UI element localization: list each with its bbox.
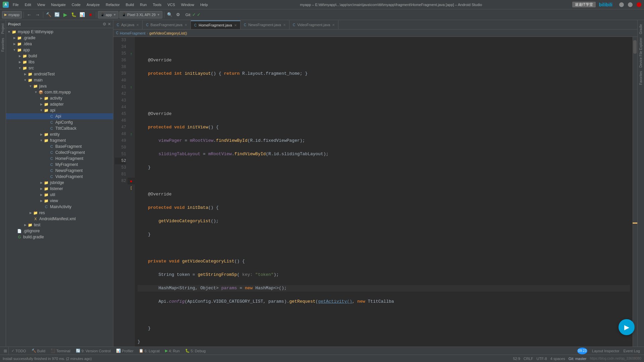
bottom-tab-todo[interactable]: ✓ TODO	[9, 347, 29, 355]
tree-item-activity[interactable]: ▶ 📁 activity	[6, 95, 113, 101]
tree-item-buildgradle[interactable]: G build.gradle	[6, 234, 113, 240]
bottom-tab-terminal[interactable]: ⬛ Terminal	[48, 347, 73, 355]
bottom-tab-debug[interactable]: 🐛 5: Debug	[182, 347, 209, 355]
tree-item-apiconfig[interactable]: C ApiConfig	[6, 119, 113, 125]
right-scrollbar[interactable]	[633, 37, 637, 347]
tree-item-videofragment[interactable]: C VideoFragment	[6, 174, 113, 180]
tree-item-newsfragment[interactable]: C NewsFragment	[6, 168, 113, 174]
menu-navigate[interactable]: Navigate	[49, 3, 67, 7]
status-crlf[interactable]: CRLF	[524, 357, 533, 361]
bottom-tab-vcs[interactable]: 🔄 9: Version Control	[73, 347, 113, 355]
tree-item-entity[interactable]: ▶ 📁 entity	[6, 131, 113, 137]
tree-item-jsbridge[interactable]: ▶ 📁 jsbridge	[6, 180, 113, 186]
menu-help[interactable]: Help	[198, 3, 210, 7]
status-position[interactable]: 52:9	[513, 357, 520, 361]
close-button[interactable]	[637, 2, 641, 7]
tab-homefragment[interactable]: C HomeFragment.java ✕	[191, 20, 240, 29]
right-tab-device-file[interactable]: Device File Explorer	[638, 36, 643, 69]
menu-build[interactable]: Build	[124, 3, 136, 7]
status-indent[interactable]: 4 spaces	[550, 357, 565, 361]
maximize-button[interactable]	[628, 2, 633, 7]
tree-item-package[interactable]: ▼ 📦 com.ttit.myapp	[6, 89, 113, 95]
tree-item-api-java[interactable]: C Api	[6, 113, 113, 119]
right-tab-gradle[interactable]: Gradle	[638, 23, 643, 36]
code-content[interactable]: @Override protected int initLayout() { r…	[135, 37, 633, 347]
forward-button[interactable]: →	[34, 11, 41, 18]
sidebar-gear-icon[interactable]: ⚙	[103, 22, 106, 26]
status-charset[interactable]: UTF-8	[537, 357, 547, 361]
tab-newsfragment-close[interactable]: ✕	[283, 23, 286, 27]
debug-button[interactable]: 🐛	[70, 11, 77, 18]
tree-item-basefragment[interactable]: C BaseFragment	[6, 143, 113, 149]
tree-item-test[interactable]: ▶ 📁 test	[6, 222, 113, 228]
sidebar-tab-project[interactable]: Project	[0, 21, 5, 36]
menu-edit[interactable]: Edit	[23, 3, 33, 7]
search-everywhere-button[interactable]: 🔍	[166, 11, 173, 18]
tree-item-app[interactable]: ▼ 📁 app	[6, 47, 113, 53]
tree-item-view[interactable]: ▶ 📁 view	[6, 198, 113, 204]
tab-basefragment-close[interactable]: ✕	[184, 23, 187, 27]
tab-api[interactable]: C Api.java ✕	[113, 20, 143, 29]
tree-item-mainactivity[interactable]: C MainActivity	[6, 204, 113, 210]
tab-api-close[interactable]: ✕	[136, 23, 139, 27]
menu-file[interactable]: File	[11, 3, 21, 7]
menu-run[interactable]: Run	[138, 3, 149, 7]
tree-item-libs[interactable]: ▶ 📁 libs	[6, 59, 113, 65]
tree-item-myapp[interactable]: ▼ 📁 myapp E:\ttit\myapp	[6, 29, 113, 35]
tab-homefragment-close[interactable]: ✕	[234, 23, 237, 27]
code-editor[interactable]: 33 34 35 36 38 39 40 41 42 43 44 45 46 4…	[113, 37, 637, 347]
tree-item-res[interactable]: ▶ 📁 res	[6, 210, 113, 216]
tree-item-androidtest[interactable]: ▶ 📁 androidTest	[6, 71, 113, 77]
bilibili-floating-button[interactable]: ▶	[619, 319, 635, 335]
minimize-button[interactable]	[619, 2, 624, 7]
settings-button[interactable]: ⚙	[174, 11, 182, 18]
status-git[interactable]: Git: master	[569, 357, 587, 361]
bottom-tab-profiler[interactable]: 📊 Profiler	[113, 347, 136, 355]
bottom-tab-build[interactable]: 🔨 Build	[29, 347, 48, 355]
tab-videofragment-close[interactable]: ✕	[332, 23, 335, 27]
menu-view[interactable]: View	[35, 3, 47, 7]
sidebar-tab-favorites[interactable]: Favorites	[0, 36, 5, 54]
stop-button[interactable]: ■	[87, 11, 94, 18]
time-badge[interactable]: 09:23	[577, 348, 587, 354]
scrollbar-thumb[interactable]	[633, 40, 637, 54]
tab-basefragment[interactable]: C BaseFragment.java ✕	[143, 20, 191, 29]
menu-refactor[interactable]: Refactor	[104, 3, 122, 7]
tree-item-adapter[interactable]: ▶ 📁 adapter	[6, 101, 113, 107]
project-selector[interactable]: ▶ myapp	[2, 11, 22, 18]
tree-item-util[interactable]: ▶ 📁 util	[6, 192, 113, 198]
tree-item-collectfragment[interactable]: C CollectFragment	[6, 149, 113, 156]
tree-item-gitignore[interactable]: 📄 .gitignore	[6, 228, 113, 234]
breadcrumb-method[interactable]: getVideoCategory​List()	[149, 31, 187, 35]
menu-code[interactable]: Code	[70, 3, 83, 7]
tree-item-main[interactable]: ▼ 📁 main	[6, 77, 113, 83]
bottom-tab-run[interactable]: ▶ 4: Run	[162, 347, 182, 355]
layout-inspector-button[interactable]: Layout Inspector	[590, 349, 621, 353]
menu-window[interactable]: Window	[179, 3, 196, 7]
bottom-tab-logcat[interactable]: 📋 6: Logcat	[136, 347, 162, 355]
tab-newsfragment[interactable]: C NewsFragment.java ✕	[240, 20, 289, 29]
tree-item-idea[interactable]: ▶ 📁 .idea	[6, 41, 113, 47]
event-log-button[interactable]: Event Log	[621, 349, 642, 353]
menu-vcs[interactable]: VCS	[165, 3, 177, 7]
app-selector[interactable]: 📱 app ▼	[98, 11, 118, 18]
tree-item-fragment[interactable]: ▼ 📁 fragment	[6, 137, 113, 143]
tree-item-build[interactable]: ▶ 📁 build	[6, 53, 113, 59]
sync-button[interactable]: 🔄	[53, 11, 61, 18]
back-button[interactable]: ←	[25, 11, 33, 18]
tree-item-homefragment[interactable]: C HomeFragment	[6, 156, 113, 162]
menu-tools[interactable]: Tools	[151, 3, 163, 7]
tree-item-java[interactable]: ▼ 📁 java	[6, 83, 113, 89]
tree-item-api[interactable]: ▼ 📁 api	[6, 107, 113, 113]
build-button[interactable]: 🔨	[45, 11, 52, 18]
tree-item-myfragment[interactable]: C MyFragment	[6, 162, 113, 168]
device-selector[interactable]: 📱 Pixel 3 XL API 29 ▼	[119, 11, 162, 18]
bottom-left-toggle[interactable]: ⊞	[2, 347, 9, 355]
tree-item-listener[interactable]: ▶ 📁 listener	[6, 186, 113, 192]
tree-item-ttitcallback[interactable]: C TtitCallback	[6, 125, 113, 131]
menu-analyze[interactable]: Analyze	[85, 3, 102, 7]
breadcrumb-homefragment[interactable]: HomeFragment	[120, 31, 145, 35]
profile-button[interactable]: 📊	[78, 11, 86, 18]
tree-item-androidmanifest[interactable]: X AndroidManifest.xml	[6, 216, 113, 222]
tree-item-src[interactable]: ▼ 📁 src	[6, 65, 113, 71]
